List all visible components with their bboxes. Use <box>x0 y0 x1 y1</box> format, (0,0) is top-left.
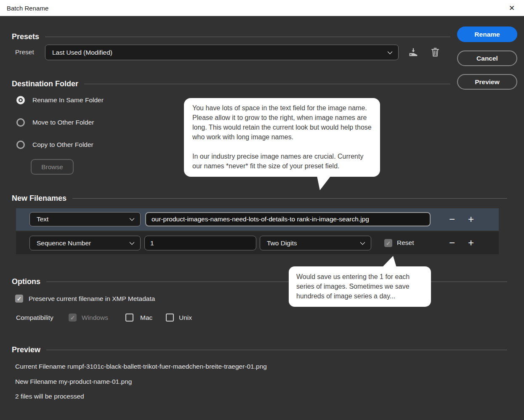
mac-checkbox[interactable] <box>125 314 133 322</box>
chevron-down-icon <box>387 49 393 54</box>
windows-checkbox[interactable]: ✓ <box>69 314 77 322</box>
component-type-dropdown[interactable]: Text <box>29 212 141 226</box>
callout-paragraph: You have lots of space in the text field… <box>192 103 372 142</box>
digits-value: Two Digits <box>267 239 297 247</box>
new-filename-line: New Filename my-product-name-01.png <box>15 378 132 385</box>
preview-title: Preview <box>12 346 40 354</box>
close-icon[interactable]: ✕ <box>503 0 521 16</box>
mac-label: Mac <box>140 314 152 322</box>
radio-label: Move to Other Folder <box>32 119 94 126</box>
digits-dropdown[interactable]: Two Digits <box>260 236 371 250</box>
text-value-input[interactable] <box>145 212 431 226</box>
component-type-value: Sequence Number <box>37 239 91 247</box>
add-row-button[interactable]: + <box>464 212 478 226</box>
section-divider <box>45 37 450 37</box>
current-filename-line: Current Filename rumpf-3101c-black-balle… <box>15 363 267 370</box>
unix-checkbox[interactable] <box>166 314 174 322</box>
presets-section-header: Presets <box>12 32 450 41</box>
chevron-down-icon <box>129 239 135 245</box>
delete-preset-button[interactable] <box>428 45 442 59</box>
unix-label: Unix <box>179 314 192 322</box>
section-divider <box>46 282 507 282</box>
preset-dropdown-value: Last Used (Modified) <box>52 49 112 56</box>
add-row-button[interactable]: + <box>464 236 478 250</box>
radio-copy-to-other-folder[interactable]: Copy to Other Folder <box>16 140 93 149</box>
section-divider <box>46 350 507 350</box>
checkmark-icon: ✓ <box>386 240 391 247</box>
preserve-filename-checkbox[interactable]: ✓ <box>15 295 23 303</box>
section-divider <box>84 84 450 84</box>
sequence-start-input[interactable] <box>144 236 256 250</box>
component-type-dropdown[interactable]: Sequence Number <box>29 236 141 250</box>
radio-label: Rename In Same Folder <box>32 96 104 104</box>
files-count-line: 2 files will be processed <box>15 393 84 400</box>
browse-button[interactable]: Browse <box>31 159 74 175</box>
cancel-button[interactable]: Cancel <box>457 51 517 66</box>
callout-sequence-reset: Would save us entering the 1 for each se… <box>289 266 431 307</box>
checkmark-icon: ✓ <box>70 314 75 321</box>
reset-checkbox[interactable]: ✓ <box>384 239 392 247</box>
trash-icon <box>430 47 441 58</box>
title-bar: Batch Rename ✕ <box>0 0 524 16</box>
callout-textfield-width: You have lots of space in the text field… <box>184 98 380 177</box>
callout-paragraph: Would save us entering the 1 for each se… <box>296 272 423 301</box>
component-type-value: Text <box>37 215 48 223</box>
destination-title: Destination Folder <box>12 80 78 88</box>
new-filenames-section-header: New Filenames <box>12 194 507 203</box>
remove-row-button[interactable]: − <box>445 212 459 226</box>
radio-unselected-icon[interactable] <box>16 118 25 127</box>
radio-label: Copy to Other Folder <box>32 141 93 149</box>
compatibility-label: Compatibility <box>16 314 53 322</box>
remove-row-button[interactable]: − <box>445 236 459 250</box>
options-title: Options <box>12 277 40 286</box>
preview-button[interactable]: Preview <box>457 74 517 90</box>
presets-title: Presets <box>12 32 39 41</box>
rename-button[interactable]: Rename <box>457 27 517 42</box>
preview-section-header: Preview <box>12 345 507 354</box>
radio-selected-icon[interactable] <box>16 96 25 104</box>
reset-label: Reset <box>397 239 414 247</box>
window-title: Batch Rename <box>7 5 48 12</box>
new-filenames-title: New Filenames <box>12 194 66 203</box>
save-preset-icon <box>407 46 419 58</box>
batch-rename-dialog: Batch Rename ✕ Presets Preset Last Used … <box>0 0 524 420</box>
save-preset-button[interactable] <box>407 45 420 59</box>
destination-section-header: Destination Folder <box>12 79 450 88</box>
chevron-down-icon <box>129 216 135 221</box>
section-divider <box>72 198 507 199</box>
preserve-filename-label: Preserve current filename in XMP Metadat… <box>29 295 155 303</box>
radio-rename-in-same-folder[interactable]: Rename In Same Folder <box>16 96 104 105</box>
radio-unselected-icon[interactable] <box>16 141 25 149</box>
chevron-down-icon <box>360 239 365 245</box>
windows-label: Windows <box>82 314 108 322</box>
preset-label: Preset <box>15 48 34 56</box>
callout-paragraph: In our industry precise image names are … <box>192 152 372 171</box>
radio-move-to-other-folder[interactable]: Move to Other Folder <box>16 118 94 127</box>
options-section-header: Options <box>12 277 507 286</box>
preset-dropdown[interactable]: Last Used (Modified) <box>45 45 399 60</box>
checkmark-icon: ✓ <box>17 295 22 302</box>
